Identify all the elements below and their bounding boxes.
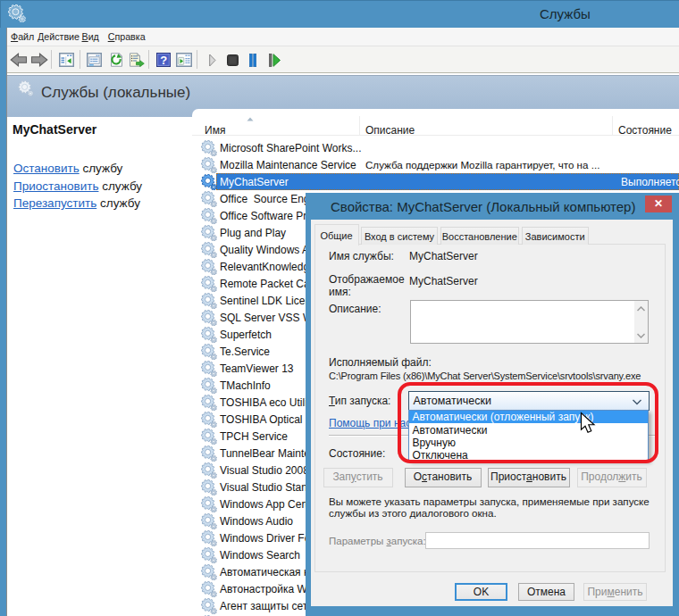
svg-text:?: ?	[160, 54, 167, 67]
